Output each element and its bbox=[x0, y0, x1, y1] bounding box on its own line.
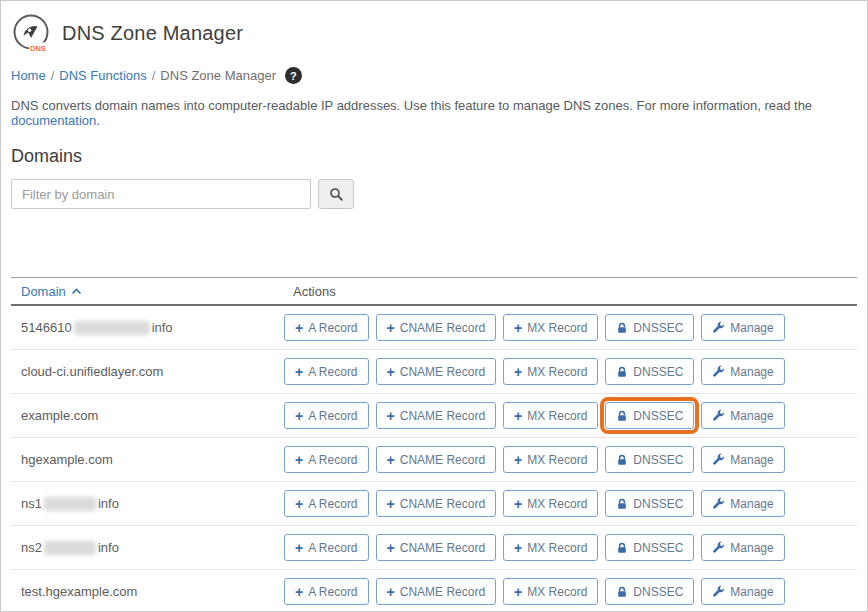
manage-button[interactable]: Manage bbox=[701, 446, 784, 473]
wrench-icon bbox=[712, 365, 725, 378]
action-button-label: Manage bbox=[730, 321, 773, 335]
action-button-label: A Record bbox=[308, 497, 357, 511]
domain-text: info bbox=[98, 540, 119, 555]
action-button-label: MX Record bbox=[527, 409, 587, 423]
a-record-button[interactable]: +A Record bbox=[284, 446, 369, 473]
a-record-button[interactable]: +A Record bbox=[284, 358, 369, 385]
plus-icon: + bbox=[514, 541, 522, 555]
lock-icon bbox=[616, 586, 628, 598]
domain-text: hgexample.com bbox=[21, 452, 113, 467]
lock-icon bbox=[616, 454, 628, 466]
redacted-text bbox=[74, 321, 150, 335]
domain-name: 5146610 info bbox=[11, 320, 284, 335]
breadcrumb-home-link[interactable]: Home bbox=[11, 68, 46, 83]
manage-button[interactable]: Manage bbox=[701, 578, 784, 605]
dnssec-button[interactable]: DNSSEC bbox=[605, 314, 694, 341]
manage-button[interactable]: Manage bbox=[701, 534, 784, 561]
plus-icon: + bbox=[387, 321, 395, 335]
cname-record-button[interactable]: +CNAME Record bbox=[376, 490, 497, 517]
mx-record-button[interactable]: +MX Record bbox=[503, 358, 598, 385]
a-record-button[interactable]: +A Record bbox=[284, 490, 369, 517]
plus-icon: + bbox=[295, 541, 303, 555]
action-button-label: MX Record bbox=[527, 365, 587, 379]
search-icon bbox=[329, 187, 344, 202]
plus-icon: + bbox=[387, 409, 395, 423]
documentation-link[interactable]: documentation bbox=[11, 113, 96, 128]
action-button-label: A Record bbox=[308, 365, 357, 379]
mx-record-button[interactable]: +MX Record bbox=[503, 402, 598, 429]
lock-icon bbox=[616, 498, 628, 510]
manage-button[interactable]: Manage bbox=[701, 490, 784, 517]
mx-record-button[interactable]: +MX Record bbox=[503, 446, 598, 473]
action-button-label: A Record bbox=[308, 541, 357, 555]
dnssec-button[interactable]: DNSSEC bbox=[605, 446, 694, 473]
a-record-button[interactable]: +A Record bbox=[284, 534, 369, 561]
wrench-icon bbox=[712, 541, 725, 554]
dnssec-button[interactable]: DNSSEC bbox=[605, 402, 694, 429]
cname-record-button[interactable]: +CNAME Record bbox=[376, 534, 497, 561]
table-row: ns1 info +A Record+CNAME Record+MX Recor… bbox=[11, 482, 857, 526]
dnssec-button[interactable]: DNSSEC bbox=[605, 534, 694, 561]
lock-icon bbox=[616, 410, 628, 422]
breadcrumb-dns-functions-link[interactable]: DNS Functions bbox=[59, 68, 146, 83]
domain-text: example.com bbox=[21, 408, 98, 423]
cname-record-button[interactable]: +CNAME Record bbox=[376, 314, 497, 341]
row-actions: +A Record+CNAME Record+MX RecordDNSSECMa… bbox=[284, 578, 785, 605]
wrench-icon bbox=[712, 321, 725, 334]
action-button-label: A Record bbox=[308, 453, 357, 467]
redacted-text bbox=[44, 541, 96, 555]
dnssec-button[interactable]: DNSSEC bbox=[605, 490, 694, 517]
plus-icon: + bbox=[514, 585, 522, 599]
action-button-label: CNAME Record bbox=[400, 321, 485, 335]
action-button-label: MX Record bbox=[527, 321, 587, 335]
plus-icon: + bbox=[514, 497, 522, 511]
domain-text: info bbox=[152, 320, 173, 335]
plus-icon: + bbox=[295, 585, 303, 599]
action-button-label: DNSSEC bbox=[633, 365, 683, 379]
filter-input[interactable] bbox=[11, 179, 311, 209]
table-row: hgexample.com +A Record+CNAME Record+MX … bbox=[11, 438, 857, 482]
domain-column-header[interactable]: Domain bbox=[21, 284, 82, 299]
table-header: Domain Actions bbox=[11, 277, 857, 306]
wrench-icon bbox=[712, 497, 725, 510]
action-button-label: A Record bbox=[308, 585, 357, 599]
cname-record-button[interactable]: +CNAME Record bbox=[376, 446, 497, 473]
plus-icon: + bbox=[514, 321, 522, 335]
domain-name: test.hgexample.com bbox=[11, 584, 284, 599]
table-rows: 5146610 info +A Record+CNAME Record+MX R… bbox=[11, 306, 857, 612]
action-button-label: A Record bbox=[308, 409, 357, 423]
manage-button[interactable]: Manage bbox=[701, 402, 784, 429]
a-record-button[interactable]: +A Record bbox=[284, 314, 369, 341]
dnssec-button[interactable]: DNSSEC bbox=[605, 358, 694, 385]
redacted-text bbox=[44, 497, 96, 511]
dnssec-button[interactable]: DNSSEC bbox=[605, 578, 694, 605]
action-button-label: MX Record bbox=[527, 453, 587, 467]
help-icon[interactable]: ? bbox=[285, 67, 302, 84]
cname-record-button[interactable]: +CNAME Record bbox=[376, 578, 497, 605]
cname-record-button[interactable]: +CNAME Record bbox=[376, 402, 497, 429]
action-button-label: DNSSEC bbox=[633, 585, 683, 599]
lock-icon bbox=[616, 542, 628, 554]
search-button[interactable] bbox=[318, 179, 354, 209]
mx-record-button[interactable]: +MX Record bbox=[503, 534, 598, 561]
mx-record-button[interactable]: +MX Record bbox=[503, 490, 598, 517]
domains-table: Domain Actions 5146610 info +A Record+CN… bbox=[11, 277, 857, 612]
page-header: DNS DNS Zone Manager bbox=[11, 13, 857, 53]
a-record-button[interactable]: +A Record bbox=[284, 402, 369, 429]
plus-icon: + bbox=[387, 541, 395, 555]
mx-record-button[interactable]: +MX Record bbox=[503, 314, 598, 341]
domain-name: ns1 info bbox=[11, 496, 284, 511]
cname-record-button[interactable]: +CNAME Record bbox=[376, 358, 497, 385]
domain-name: example.com bbox=[11, 408, 284, 423]
manage-button[interactable]: Manage bbox=[701, 358, 784, 385]
manage-button[interactable]: Manage bbox=[701, 314, 784, 341]
domain-text: test.hgexample.com bbox=[21, 584, 137, 599]
wrench-icon bbox=[712, 409, 725, 422]
domain-text: 5146610 bbox=[21, 320, 72, 335]
lock-icon bbox=[616, 366, 628, 378]
mx-record-button[interactable]: +MX Record bbox=[503, 578, 598, 605]
a-record-button[interactable]: +A Record bbox=[284, 578, 369, 605]
wrench-icon bbox=[712, 585, 725, 598]
action-button-label: CNAME Record bbox=[400, 409, 485, 423]
lock-icon bbox=[616, 322, 628, 334]
